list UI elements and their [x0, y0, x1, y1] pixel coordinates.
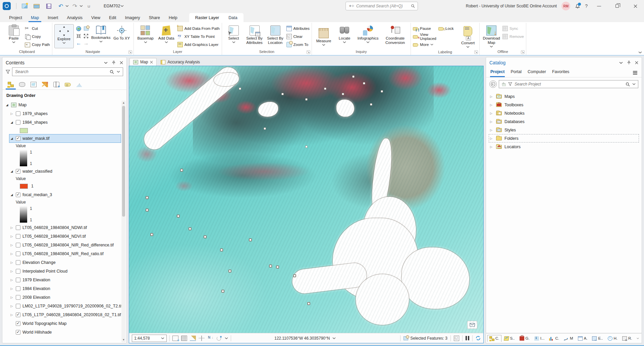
attributes-button[interactable]: Attributes	[286, 25, 310, 32]
layer-checkbox[interactable]	[16, 120, 20, 125]
layer-row[interactable]: 1984 Elevation	[9, 284, 121, 293]
pause-labeling-button[interactable]: ❙❙Pause	[413, 25, 437, 32]
undo-button[interactable]: ↶	[56, 2, 65, 10]
layer-row[interactable]: LT05_046028_19840804_NIR_Red_difference.…	[9, 241, 121, 249]
layer-row-selected[interactable]: water_mask.tif	[9, 134, 121, 143]
maximize-button[interactable]	[610, 1, 624, 11]
pane-menu-chevron-icon[interactable]	[104, 62, 108, 64]
download-map-button[interactable]: Download Map	[482, 24, 501, 49]
expander-icon[interactable]	[10, 235, 14, 238]
offline-dialog-launcher[interactable]: ↘	[521, 50, 525, 54]
tab-share[interactable]: Share	[145, 14, 164, 22]
layer-row[interactable]: 2008 Elevation	[9, 293, 121, 302]
quick-access-customize-button[interactable]: ⊔	[85, 2, 93, 10]
layer-checkbox[interactable]	[16, 295, 20, 300]
selected-features-readout[interactable]: Selected Features: 3	[404, 336, 447, 341]
avatar[interactable]: RM	[561, 2, 570, 10]
layer-checkbox[interactable]	[16, 330, 20, 335]
layer-row[interactable]: Interpolated Point Cloud	[9, 267, 121, 276]
catalog-item-folders[interactable]: Folders	[489, 134, 639, 142]
expander-icon[interactable]	[5, 103, 9, 107]
back-button[interactable]	[489, 80, 497, 88]
catalog-tab-portal[interactable]: Portal	[510, 68, 522, 77]
tab-imagery[interactable]: Imagery	[120, 14, 144, 22]
layer-checkbox[interactable]	[16, 169, 20, 174]
convert-labels-button[interactable]: Convert	[459, 24, 477, 49]
layer-row[interactable]: LT05_046028_19840804_NDVI.tif	[9, 232, 121, 241]
expander-icon[interactable]	[10, 112, 14, 115]
layer-row[interactable]: LT05_046028_19840804_NDWI.tif	[9, 223, 121, 232]
tab-map[interactable]: Map	[26, 14, 43, 22]
catalog-search-input[interactable]: Search Project	[499, 80, 638, 88]
tab-data-source[interactable]	[17, 80, 27, 90]
layer-checkbox[interactable]	[16, 321, 20, 326]
full-extent-icon[interactable]	[76, 26, 81, 31]
pane-menu-chevron-icon[interactable]	[619, 62, 623, 64]
chevron-down-icon[interactable]	[637, 337, 640, 340]
chevron-down-icon[interactable]	[225, 337, 228, 339]
layer-row[interactable]: LT05_046028_19840804_NIR_Red_ratio.tif	[9, 249, 121, 258]
tab-analysis[interactable]: Analysis	[63, 14, 87, 22]
view-tab-map[interactable]: Map	[129, 58, 157, 66]
layer-checkbox[interactable]	[16, 192, 20, 197]
zoom-to-selection-icon[interactable]	[84, 26, 89, 31]
scale-dropdown[interactable]: 1:44,578	[132, 335, 167, 342]
cut-button[interactable]: Cut	[25, 25, 50, 32]
navigate-dialog-launcher[interactable]: ↘	[128, 50, 132, 54]
dock-tab-contents[interactable]: C.	[487, 335, 501, 342]
select-button[interactable]: Select	[224, 24, 244, 48]
refresh-icon[interactable]	[476, 336, 481, 341]
layer-row[interactable]: 1979 Elevation	[9, 276, 121, 284]
expander-icon[interactable]	[10, 170, 14, 173]
collapse-ribbon-button[interactable]	[638, 51, 642, 54]
close-icon[interactable]	[150, 61, 153, 64]
selection-dialog-launcher[interactable]: ↘	[307, 50, 310, 54]
labeling-dialog-launcher[interactable]: ↘	[474, 50, 478, 54]
north-arrow-icon[interactable]	[207, 336, 213, 341]
project-name-menu[interactable]: EGM702	[104, 4, 124, 8]
expander-icon[interactable]	[10, 296, 14, 299]
add-data-button[interactable]: Add Data	[157, 24, 176, 48]
scrollbar-thumb[interactable]	[122, 106, 125, 217]
layer-checkbox[interactable]	[16, 136, 20, 141]
layer-row[interactable]: 1984_shapes	[9, 118, 121, 127]
dock-tab-modify[interactable]: M	[562, 335, 575, 342]
account-name[interactable]: Robert - University of Ulster ScoBE Onli…	[466, 4, 557, 8]
pause-drawing-button[interactable]	[466, 336, 469, 340]
view-unplaced-button[interactable]: ✕View Unplaced	[413, 33, 437, 40]
fixed-zoom-out-icon[interactable]	[84, 34, 89, 39]
coordinates-readout[interactable]: 122.1107536°W 46.3035790°N	[274, 336, 336, 341]
crosshair-icon[interactable]	[199, 336, 205, 341]
grid-icon[interactable]	[181, 336, 187, 341]
notifications-button[interactable]	[575, 3, 580, 9]
go-to-xy-button[interactable]: Go To XY	[112, 24, 131, 48]
open-project-button[interactable]	[32, 2, 41, 10]
dock-tab-attributes[interactable]: A.	[576, 335, 590, 342]
expander-icon[interactable]	[10, 137, 14, 140]
add-graphics-layer-button[interactable]: Add Graphics Layer	[177, 41, 220, 48]
layer-checkbox[interactable]	[16, 312, 20, 317]
filter-funnel-icon[interactable]	[6, 70, 10, 74]
redo-button[interactable]: ↷	[70, 2, 79, 10]
expander-icon[interactable]	[10, 226, 14, 229]
add-data-from-path-button[interactable]: Add Data From Path	[177, 25, 220, 32]
layer-row[interactable]: LM02_L1TP_049028_19790719_20200906_02_T2…	[9, 302, 121, 310]
layer-checkbox[interactable]	[16, 260, 20, 265]
undo-dropdown[interactable]	[65, 5, 69, 7]
layer-checkbox[interactable]	[16, 286, 20, 291]
tab-data[interactable]: Data	[224, 14, 242, 21]
dock-tab-raster-functions[interactable]: R.	[620, 335, 634, 342]
tab-editing[interactable]	[40, 80, 50, 90]
fixed-zoom-in-icon[interactable]	[76, 34, 81, 39]
tab-edit[interactable]: Edit	[105, 14, 121, 22]
pin-icon[interactable]	[112, 61, 116, 65]
layer-row[interactable]: LT05_L1TP_046028_19840804_20200918_02_T1…	[9, 310, 121, 319]
tab-view[interactable]: View	[87, 14, 105, 22]
copy-path-button[interactable]: Copy Path	[25, 41, 50, 48]
expander-icon[interactable]	[10, 193, 14, 196]
previous-extent-icon[interactable]: ←	[76, 40, 82, 46]
close-button[interactable]	[629, 1, 642, 11]
tab-imagery-tools[interactable]	[74, 80, 84, 90]
locate-button[interactable]: Locate	[335, 24, 354, 48]
map-canvas[interactable]	[129, 66, 483, 333]
